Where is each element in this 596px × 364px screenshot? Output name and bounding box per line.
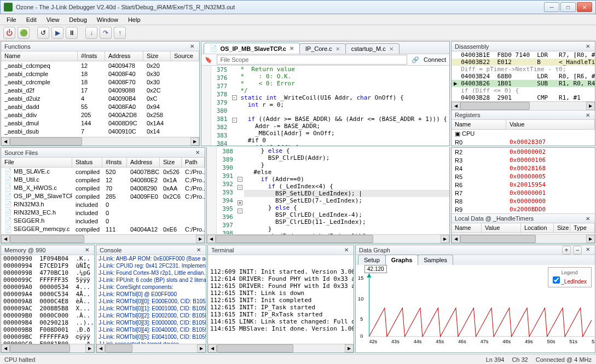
graph-close-icon[interactable]: ✕ (584, 246, 592, 253)
table-row[interactable]: 📄 SEGGER_memcpy.ccompiled11104004A120xE6… (1, 225, 205, 233)
ld-col-name[interactable]: Name (452, 223, 482, 233)
memory-line[interactable]: 0000099C FFFFFF35 5ÿÿÿ (1, 276, 94, 284)
table-row[interactable]: _aeabi_dmul14404008D9C0x1A4 (1, 119, 199, 127)
disasm-line[interactable]: 04003B1E F8D0 7140 LDR R7, [R0, #+0x140] (452, 51, 595, 59)
col-insts[interactable]: #Insts (78, 51, 105, 61)
table-row[interactable]: _aeabi_cdcmpeq12040094780x20 (1, 61, 199, 70)
memory-line[interactable]: 00000990 1F094B04 .K.. (1, 255, 94, 262)
disasm-close-icon[interactable]: ✕ (584, 43, 592, 50)
memory-line[interactable]: 00000994 E7CED1F9 ùÑÎç (1, 262, 94, 269)
menu-file[interactable]: File (2, 15, 21, 24)
register-row[interactable]: R70x00000001 (452, 189, 595, 197)
ld-col-loc[interactable]: Location (521, 223, 554, 233)
fold-icon[interactable]: + (238, 200, 242, 205)
register-row[interactable]: R00x00028307 (452, 138, 595, 146)
run-button[interactable]: ▶ (51, 27, 63, 39)
sf-col-file[interactable]: File (1, 158, 72, 167)
step-into-button[interactable]: ↓ (85, 27, 97, 39)
close-icon[interactable]: ✕ (389, 46, 394, 52)
table-row[interactable]: _aeabi_cdcmple1804008F400x30 (1, 70, 199, 78)
ld-col-type[interactable]: Type (570, 223, 595, 233)
table-row[interactable]: 📄 RIN32M3.hincluded0 (1, 200, 205, 209)
sf-col-status[interactable]: Status (72, 158, 102, 167)
step-over-button[interactable]: ↷ (100, 27, 112, 39)
step-out-button[interactable]: ↑ (114, 27, 126, 39)
register-row[interactable]: R50x00000005 (452, 172, 595, 181)
maximize-button[interactable]: □ (560, 2, 576, 12)
disasm-line[interactable]: 04003B24 68B0 LDR R0, [R6, #+0x08] (452, 73, 595, 80)
col-name[interactable]: Name (1, 51, 78, 61)
graph-tab-setup[interactable]: Setup (358, 255, 386, 265)
tab-cstartup[interactable]: cstartup_M.c ✕ (345, 43, 400, 54)
functions-close-icon[interactable]: ✕ (188, 43, 196, 50)
connect-icon[interactable]: 🔗 (412, 56, 419, 63)
minimize-button[interactable]: ─ (544, 2, 559, 12)
sf-col-insts[interactable]: #Insts (102, 158, 127, 167)
power-button[interactable]: ⏻ (3, 27, 15, 39)
ld-col-value[interactable]: Value (482, 223, 521, 233)
localdata-close-icon[interactable]: ✕ (584, 215, 592, 222)
sf-col-addr[interactable]: Address (127, 158, 160, 167)
graph-tab-samples[interactable]: Samples (418, 255, 453, 265)
legend-checkbox[interactable] (553, 276, 560, 284)
col-size[interactable]: Size (143, 51, 171, 61)
table-row[interactable]: _aeabi_ddiv2050400A2D80x258 (1, 111, 199, 119)
disasm-line[interactable]: ▶ 04003B26 1B01 SUB R1, R0, R4 (452, 80, 595, 87)
connect-button[interactable]: 🟢 (18, 27, 30, 39)
memory-line[interactable]: 000009B8 F008D001 .Ð.ð (1, 326, 94, 333)
register-row[interactable]: R80x00000000 (452, 197, 595, 205)
memory-line[interactable]: 000009B0 0000C000 .À.. (1, 312, 94, 319)
disasm-line[interactable]: if (Diff <= 0) { (452, 87, 595, 94)
functions-hscroll[interactable]: ◀▶ (1, 137, 199, 146)
memory-hscroll[interactable]: ◀▶ (1, 344, 94, 353)
reg-col-value[interactable]: Value (506, 120, 595, 129)
zoom-in-icon[interactable]: + (562, 246, 571, 255)
register-row[interactable]: R40x00028168 (452, 164, 595, 172)
console-hscroll[interactable]: ◀▶ (96, 344, 206, 353)
ld-col-size[interactable]: Size (554, 223, 570, 233)
register-row[interactable]: R20x00000002 (452, 148, 595, 156)
menu-view[interactable]: View (42, 15, 64, 24)
close-icon[interactable]: ✕ (335, 46, 340, 52)
memory-line[interactable]: 000009A8 0000C4E8 èÄ.. (1, 298, 94, 305)
memory-line[interactable]: 00000998 4770BC10 .¼pG (1, 269, 94, 276)
reg-col-name[interactable]: Name (452, 120, 506, 129)
table-row[interactable]: 📄 RIN32M3_EC.hincluded0 (1, 209, 205, 217)
table-row[interactable]: 📄 MB_Util.ccompiled12040080E20x1AC:/Pro.… (1, 176, 205, 184)
disasm-hscroll[interactable]: ◀▶ (452, 101, 595, 110)
editor-hscroll[interactable]: ◀▶ (207, 234, 449, 243)
menu-edit[interactable]: Edit (22, 15, 41, 24)
fold-icon[interactable]: - (232, 118, 237, 123)
sf-col-path[interactable]: Path (182, 158, 205, 167)
table-row[interactable]: _aeabi_cdrcmple1804008F700x30 (1, 78, 199, 86)
menu-window[interactable]: Window (92, 15, 123, 24)
pause-button[interactable]: ⏸ (66, 27, 78, 39)
fold-icon[interactable]: - (238, 209, 242, 213)
col-source[interactable]: Source (171, 51, 199, 61)
register-row[interactable]: R90x2000BDD0 (452, 205, 595, 213)
table-row[interactable]: _aeabi_dadd5504008FA00x94 (1, 102, 199, 111)
memory-line[interactable]: 000009A4 0000C534 4Å.. (1, 291, 94, 298)
graph-canvas[interactable]: 42.120 Legend _LedIndex 15 10 5 0 42s43s… (356, 265, 595, 353)
filescope-combo[interactable]: File Scope (217, 55, 408, 65)
disasm-line[interactable]: 04003B22 E012 B <_HandleTimers>+0x40 ;40… (452, 59, 595, 66)
table-row[interactable]: 📄 SEGGER.hincluded0 (1, 217, 205, 225)
memory-line[interactable]: 000009A0 00000534 4... (1, 284, 94, 291)
terminal-close-icon[interactable]: ✕ (343, 246, 350, 254)
graph-tab-graphs[interactable]: Graphs (385, 255, 419, 265)
reset-button[interactable]: ↺ (37, 27, 49, 39)
terminal-hscroll[interactable]: ◀▶ (208, 344, 354, 353)
memory-line[interactable]: 000009BC FFFFFFA9 ©ÿÿÿ (1, 333, 94, 340)
sf-hscroll[interactable]: ◀▶ (1, 234, 205, 243)
register-row[interactable]: ▣ CPU (452, 130, 595, 138)
tab-slavetcp[interactable]: 📄 OS_IP_MB_SlaveTCP.c ✕ (204, 43, 300, 54)
close-button[interactable]: ✕ (577, 2, 592, 12)
table-row[interactable]: _aeabi_d2uiz4040090B40xC (1, 94, 199, 102)
close-icon[interactable]: ✕ (290, 45, 294, 51)
register-row[interactable]: R30x00000106 (452, 156, 595, 164)
menu-debug[interactable]: Debug (65, 15, 91, 24)
fold-icon[interactable]: - (238, 177, 242, 182)
table-row[interactable]: _aeabi_d2f17040090880x2C (1, 86, 199, 94)
fold-icon[interactable]: - (238, 185, 242, 190)
memory-line[interactable]: 000009AC 2008B5B8 X... (1, 305, 94, 312)
